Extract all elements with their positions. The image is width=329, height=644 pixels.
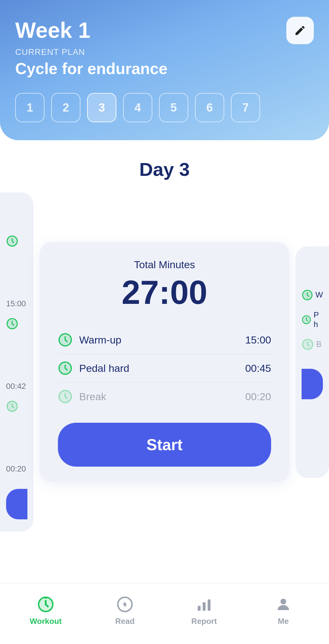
svg-rect-24	[198, 606, 200, 611]
day-btn-7[interactable]: 7	[231, 93, 260, 122]
report-nav-icon	[195, 595, 213, 614]
nav-label-report: Report	[191, 617, 217, 626]
clock-icon-exercise-0	[58, 333, 73, 347]
week-title: Week 1	[15, 18, 314, 42]
svg-rect-25	[203, 602, 205, 611]
exercise-name-0: Warm-up	[79, 334, 122, 346]
left-peek-time-3: 00:20	[6, 464, 27, 474]
exercise-row-1: Pedal hard 00:45	[58, 354, 271, 382]
left-peek-time-1: 15:00	[6, 299, 27, 308]
svg-marker-23	[122, 601, 127, 608]
right-peek-label-2: P h	[314, 310, 323, 329]
nav-item-read[interactable]: Read	[85, 595, 164, 626]
nav-item-report[interactable]: Report	[164, 595, 244, 626]
day-btn-1[interactable]: 1	[15, 93, 44, 122]
exercise-time-0: 15:00	[245, 334, 271, 346]
exercise-time-1: 00:45	[245, 362, 271, 374]
clock-nav-icon	[37, 596, 54, 613]
blue-blob-right	[302, 369, 323, 399]
plan-name: Cycle for endurance	[15, 59, 314, 78]
clock-icon-right-3	[302, 338, 314, 350]
workout-nav-icon	[37, 595, 55, 614]
right-peek-label-3: B	[316, 340, 321, 349]
day-btn-2[interactable]: 2	[51, 93, 80, 122]
day-btn-3[interactable]: 3	[87, 93, 116, 122]
svg-rect-20	[44, 597, 47, 599]
exercise-row-0: Warm-up 15:00	[58, 326, 271, 354]
cards-row: 15:00 00:42 00:20	[0, 192, 329, 532]
workout-card: Total Minutes 27:00 Warm-up 15:00	[40, 242, 289, 482]
nav-label-me: Me	[278, 617, 289, 626]
pencil-icon	[294, 24, 306, 37]
current-plan-label: CURRENT PLAN	[15, 47, 314, 57]
total-minutes-label: Total Minutes	[58, 259, 271, 271]
read-nav-icon	[116, 595, 134, 614]
clock-icon-left-1	[6, 235, 18, 247]
bottom-nav: Workout Read Report Me	[0, 583, 329, 644]
main-content: Day 3 15:00	[0, 158, 329, 592]
nav-label-read: Read	[115, 617, 135, 626]
clock-icon-exercise-2	[58, 389, 73, 404]
day-heading: Day 3	[139, 158, 189, 180]
clock-icon-exercise-1	[58, 361, 73, 375]
day-btn-5[interactable]: 5	[159, 93, 188, 122]
exercise-time-2: 00:20	[245, 391, 271, 403]
total-time: 27:00	[58, 274, 271, 311]
nav-item-workout[interactable]: Workout	[6, 595, 85, 626]
exercise-name-1: Pedal hard	[79, 362, 129, 374]
right-peek-card: W P h B	[295, 246, 329, 478]
svg-point-27	[281, 599, 286, 604]
left-peek-time-2: 00:42	[6, 382, 27, 391]
nav-item-me[interactable]: Me	[244, 595, 323, 626]
clock-icon-left-3	[6, 400, 18, 412]
exercise-name-2: Break	[79, 391, 106, 403]
start-button[interactable]: Start	[58, 423, 271, 467]
bar-chart-icon	[196, 596, 213, 613]
day-selector: 1234567	[15, 93, 314, 122]
blue-blob-left	[6, 489, 27, 519]
day-btn-6[interactable]: 6	[195, 93, 224, 122]
compass-icon	[116, 596, 133, 613]
day-btn-4[interactable]: 4	[123, 93, 152, 122]
clock-icon-right-2	[302, 314, 311, 326]
me-nav-icon	[274, 595, 292, 614]
edit-button[interactable]	[286, 17, 314, 44]
left-peek-card: 15:00 00:42 00:20	[0, 192, 34, 532]
right-peek-label-1: W	[315, 290, 323, 300]
clock-icon-right-1	[302, 289, 313, 301]
nav-label-workout: Workout	[30, 617, 62, 626]
person-icon	[275, 596, 292, 613]
svg-rect-26	[208, 600, 210, 611]
exercise-row-2: Break 00:20	[58, 382, 271, 411]
clock-icon-left-2	[6, 318, 18, 330]
header-section: Week 1 CURRENT PLAN Cycle for endurance …	[0, 0, 329, 140]
